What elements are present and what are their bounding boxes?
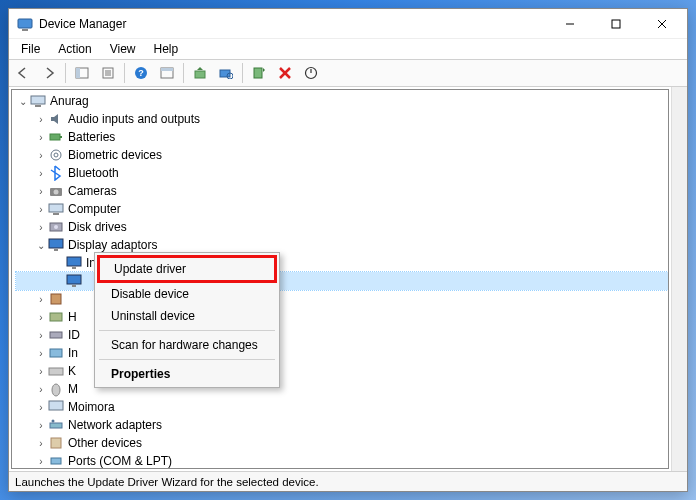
- minimize-button[interactable]: [547, 10, 593, 38]
- context-menu-update-driver[interactable]: Update driver: [97, 255, 277, 283]
- tree-node[interactable]: › Network adapters: [16, 416, 668, 434]
- context-menu-uninstall-device[interactable]: Uninstall device: [97, 305, 277, 327]
- tree-node-label: K: [68, 364, 76, 378]
- svg-rect-32: [53, 213, 59, 215]
- vertical-scrollbar[interactable]: [671, 87, 687, 471]
- tree-node[interactable]: › Audio inputs and outputs: [16, 110, 668, 128]
- svg-rect-37: [67, 257, 81, 266]
- expand-icon[interactable]: ›: [34, 438, 48, 449]
- update-driver-button[interactable]: [188, 61, 212, 85]
- svg-rect-26: [60, 136, 62, 138]
- tree-node-label: Moimora: [68, 400, 115, 414]
- expand-icon[interactable]: ›: [34, 132, 48, 143]
- close-button[interactable]: [639, 10, 685, 38]
- expand-icon[interactable]: ›: [34, 420, 48, 431]
- context-menu-properties[interactable]: Properties: [97, 363, 277, 385]
- svg-point-28: [54, 153, 58, 157]
- svg-rect-43: [50, 332, 62, 338]
- app-icon: [17, 16, 33, 32]
- mouse-icon: [48, 381, 64, 397]
- tree-node[interactable]: › Cameras: [16, 182, 668, 200]
- help-button[interactable]: ?: [129, 61, 153, 85]
- svg-point-30: [54, 190, 59, 195]
- tree-node[interactable]: › Ports (COM & LPT): [16, 452, 668, 469]
- expand-icon[interactable]: ›: [34, 402, 48, 413]
- keyboard-icon: [48, 363, 64, 379]
- expand-icon[interactable]: ›: [34, 150, 48, 161]
- tree-node[interactable]: › Disk drives: [16, 218, 668, 236]
- maximize-button[interactable]: [593, 10, 639, 38]
- expand-icon[interactable]: ›: [34, 312, 48, 323]
- device-manager-window: Device Manager File Action View Help ? ⌄: [8, 8, 688, 492]
- tree-node-label: Disk drives: [68, 220, 127, 234]
- toolbar-separator: [65, 63, 66, 83]
- svg-rect-15: [161, 68, 173, 71]
- svg-point-46: [52, 384, 60, 396]
- expand-icon[interactable]: ›: [34, 330, 48, 341]
- tree-node[interactable]: › Batteries: [16, 128, 668, 146]
- expand-icon[interactable]: ›: [34, 456, 48, 467]
- svg-rect-19: [254, 68, 262, 78]
- tree-root[interactable]: ⌄ Anurag: [16, 92, 668, 110]
- window-title: Device Manager: [39, 17, 547, 31]
- enable-device-button[interactable]: [247, 61, 271, 85]
- action-button[interactable]: [155, 61, 179, 85]
- camera-icon: [48, 183, 64, 199]
- collapse-icon[interactable]: ⌄: [16, 96, 30, 107]
- expand-icon[interactable]: ›: [34, 384, 48, 395]
- svg-rect-23: [31, 96, 45, 104]
- svg-rect-31: [49, 204, 63, 212]
- svg-rect-35: [49, 239, 63, 248]
- tree-node-label: Network adapters: [68, 418, 162, 432]
- svg-rect-7: [76, 68, 80, 78]
- biometric-icon: [48, 147, 64, 163]
- expand-icon[interactable]: ›: [34, 294, 48, 305]
- tree-node[interactable]: › Bluetooth: [16, 164, 668, 182]
- tree-node-label: H: [68, 310, 77, 324]
- firmware-icon: [48, 291, 64, 307]
- show-hide-console-tree-button[interactable]: [70, 61, 94, 85]
- tree-node-label: Computer: [68, 202, 121, 216]
- expand-icon[interactable]: ›: [34, 366, 48, 377]
- back-button[interactable]: [11, 61, 35, 85]
- scan-hardware-button[interactable]: [214, 61, 238, 85]
- menu-action[interactable]: Action: [50, 41, 99, 57]
- expand-icon[interactable]: ›: [34, 348, 48, 359]
- properties-button[interactable]: [96, 61, 120, 85]
- expand-icon[interactable]: ›: [34, 186, 48, 197]
- svg-rect-47: [49, 401, 63, 410]
- expand-icon[interactable]: ›: [34, 204, 48, 215]
- display-icon: [48, 237, 64, 253]
- tree-node[interactable]: › Biometric devices: [16, 146, 668, 164]
- menu-file[interactable]: File: [13, 41, 48, 57]
- tree-node[interactable]: › Other devices: [16, 434, 668, 452]
- context-menu-scan-hardware[interactable]: Scan for hardware changes: [97, 334, 277, 356]
- audio-icon: [48, 111, 64, 127]
- other-icon: [48, 435, 64, 451]
- menu-help[interactable]: Help: [146, 41, 187, 57]
- disk-icon: [48, 219, 64, 235]
- tree-node[interactable]: › Computer: [16, 200, 668, 218]
- expand-icon[interactable]: ›: [34, 222, 48, 233]
- tree-node[interactable]: › Moimora: [16, 398, 668, 416]
- toolbar: ?: [9, 59, 687, 87]
- collapse-icon[interactable]: ⌄: [34, 240, 48, 251]
- svg-rect-45: [49, 368, 63, 375]
- device-tree[interactable]: ⌄ Anurag › Audio inputs and outputs › Ba…: [11, 89, 669, 469]
- menu-view[interactable]: View: [102, 41, 144, 57]
- expand-icon[interactable]: ›: [34, 114, 48, 125]
- svg-rect-38: [72, 267, 76, 269]
- svg-rect-25: [50, 134, 60, 140]
- uninstall-device-button[interactable]: [273, 61, 297, 85]
- expand-icon[interactable]: ›: [34, 168, 48, 179]
- disable-device-button[interactable]: [299, 61, 323, 85]
- svg-rect-44: [50, 349, 62, 357]
- context-menu: Update driver Disable device Uninstall d…: [94, 252, 280, 388]
- svg-rect-40: [72, 285, 76, 287]
- context-menu-separator: [99, 359, 275, 360]
- context-menu-disable-device[interactable]: Disable device: [97, 283, 277, 305]
- svg-rect-41: [51, 294, 61, 304]
- forward-button[interactable]: [37, 61, 61, 85]
- tree-node-label: Biometric devices: [68, 148, 162, 162]
- tree-node-label: Audio inputs and outputs: [68, 112, 200, 126]
